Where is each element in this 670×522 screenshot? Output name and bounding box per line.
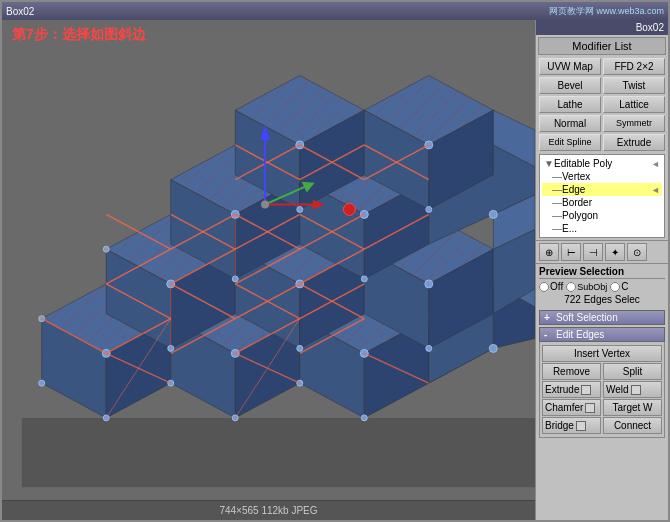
lattice-button[interactable]: Lattice: [603, 96, 665, 113]
edit-edges-label: Edit Edges: [556, 329, 604, 340]
tree-label-edge: Edge: [562, 184, 651, 195]
soft-selection-header[interactable]: + Soft Selection: [539, 310, 665, 325]
remove-button[interactable]: Remove: [542, 363, 601, 380]
button-row-3: Lathe Lattice: [536, 95, 668, 114]
tree-border[interactable]: — Border: [542, 196, 662, 209]
svg-point-78: [297, 345, 303, 351]
svg-point-127: [343, 203, 355, 215]
bevel-button[interactable]: Bevel: [539, 77, 601, 94]
tree-expand-icon: ▼: [544, 158, 554, 169]
uvwmap-button[interactable]: UVW Map: [539, 58, 601, 75]
tree-vertex-expand: —: [552, 171, 562, 182]
radio-off-label: Off: [550, 281, 563, 292]
tree-elem-expand: —: [552, 223, 562, 234]
button-row-5: Edit Spline Extrude: [536, 133, 668, 152]
tree-label-polygon: Polygon: [562, 210, 660, 221]
toolbar-icon-1[interactable]: ⊕: [539, 243, 559, 261]
svg-point-75: [297, 380, 303, 386]
extrude-square[interactable]: [581, 385, 591, 395]
extrude-label: Extrude: [545, 384, 579, 395]
svg-point-126: [261, 201, 269, 209]
title-right: 网页教学网 www.web3a.com: [549, 5, 664, 18]
tree-polygon-expand: —: [552, 210, 562, 221]
preview-header: Preview Selection: [539, 266, 665, 279]
tree-edge-expand: —: [552, 184, 562, 195]
tree-label-element: E...: [562, 223, 660, 234]
radio-c[interactable]: C: [610, 281, 628, 292]
svg-point-42: [425, 280, 433, 288]
soft-selection-label: Soft Selection: [556, 312, 618, 323]
svg-point-26: [489, 344, 497, 352]
app-container: Box02 网页教学网 www.web3a.com 第7步：选择如图斜边: [0, 0, 670, 522]
soft-selection-expand: +: [544, 312, 556, 323]
twist-button[interactable]: Twist: [603, 77, 665, 94]
edit-edges-content: Insert Vertex Remove Split Extrude Weld: [539, 342, 665, 438]
radio-subobj-label: SubObj: [577, 282, 607, 292]
modifier-list-header[interactable]: Modifier List: [538, 37, 666, 55]
ffd-button[interactable]: FFD 2×2: [603, 58, 665, 75]
edit-edges-expand: -: [544, 329, 556, 340]
connect-btn[interactable]: Connect: [603, 417, 662, 434]
insert-vertex-button[interactable]: Insert Vertex: [542, 345, 662, 362]
panel-title: Box02: [536, 20, 668, 35]
title-bar: Box02 网页教学网 www.web3a.com: [2, 2, 668, 20]
viewport[interactable]: 第7步：选择如图斜边: [2, 20, 535, 520]
viewport-label: 第7步：选择如图斜边: [12, 26, 146, 44]
edit-edges-header[interactable]: - Edit Edges: [539, 327, 665, 342]
weld-btn[interactable]: Weld: [603, 381, 662, 398]
preview-section: Preview Selection Off SubObj C 72: [536, 264, 668, 309]
tree-vertex[interactable]: — Vertex: [542, 170, 662, 183]
bridge-btn[interactable]: Bridge: [542, 417, 601, 434]
status-bar: 744×565 112kb JPEG: [2, 500, 535, 520]
tree-arrow-icon: ◄: [651, 159, 660, 169]
title-left: Box02: [6, 6, 34, 17]
button-row-4: Normal Symmetr: [536, 114, 668, 133]
tree-element[interactable]: — E...: [542, 222, 662, 235]
tree-label-editable-poly: Editable Poly: [554, 158, 651, 169]
soft-selection-section: + Soft Selection: [539, 310, 665, 325]
bridge-label: Bridge: [545, 420, 574, 431]
right-panel: Box02 Modifier List UVW Map FFD 2×2 Beve…: [535, 20, 668, 520]
status-text: 744×565 112kb JPEG: [219, 505, 317, 516]
toolbar-icon-2[interactable]: ⊢: [561, 243, 581, 261]
bridge-square[interactable]: [576, 421, 586, 431]
radio-subobj[interactable]: SubObj: [566, 282, 607, 292]
toolbar-icon-5[interactable]: ⊙: [627, 243, 647, 261]
chamfer-square[interactable]: [585, 403, 595, 413]
selection-status: 722 Edges Selec: [539, 292, 665, 307]
remove-split-row: Remove Split: [542, 363, 662, 380]
chamfer-btn[interactable]: Chamfer: [542, 399, 601, 416]
extrude-btn[interactable]: Extrude: [542, 381, 601, 398]
toolbar-icon-3[interactable]: ⊣: [583, 243, 603, 261]
tree-edge[interactable]: — Edge ◄: [542, 183, 662, 196]
tree-polygon[interactable]: — Polygon: [542, 209, 662, 222]
chamfer-targetw-row: Chamfer Target W: [542, 399, 662, 416]
normal-button[interactable]: Normal: [539, 115, 601, 132]
svg-point-81: [426, 345, 432, 351]
tree-editable-poly[interactable]: ▼ Editable Poly ◄: [542, 157, 662, 170]
radio-off[interactable]: Off: [539, 281, 563, 292]
svg-point-80: [361, 276, 367, 282]
extrude-button[interactable]: Extrude: [603, 134, 665, 151]
scene-svg: [2, 20, 535, 520]
lathe-button[interactable]: Lathe: [539, 96, 601, 113]
weld-square[interactable]: [631, 385, 641, 395]
weld-label: Weld: [606, 384, 629, 395]
tree-label-vertex: Vertex: [562, 171, 660, 182]
editspline-button[interactable]: Edit Spline: [539, 134, 601, 151]
edit-edges-section: - Edit Edges Insert Vertex Remove Split …: [539, 327, 665, 438]
icon-toolbar: ⊕ ⊢ ⊣ ✦ ⊙: [536, 240, 668, 264]
bridge-connect-row: Bridge Connect: [542, 417, 662, 434]
svg-point-76: [361, 415, 367, 421]
symmetry-button[interactable]: Symmetr: [603, 115, 665, 132]
toolbar-icon-4[interactable]: ✦: [605, 243, 625, 261]
radio-c-label: C: [621, 281, 628, 292]
tree-label-border: Border: [562, 197, 660, 208]
split-button[interactable]: Split: [603, 363, 662, 380]
targetw-btn[interactable]: Target W: [603, 399, 662, 416]
svg-point-82: [297, 206, 303, 212]
radio-row: Off SubObj C: [539, 281, 665, 292]
main-content: 第7步：选择如图斜边: [2, 20, 668, 520]
chamfer-label: Chamfer: [545, 402, 583, 413]
tree-border-expand: —: [552, 197, 562, 208]
